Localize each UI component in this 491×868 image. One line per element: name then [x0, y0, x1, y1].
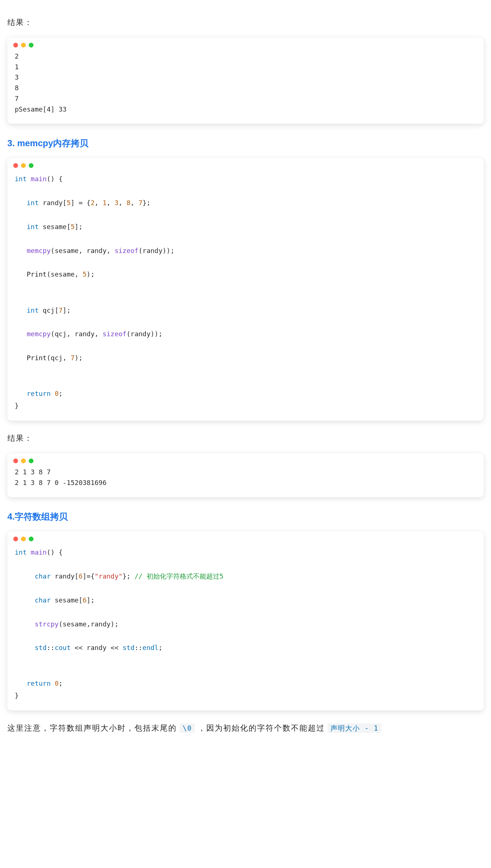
close-icon — [13, 163, 18, 168]
inline-code-size: 声明大小 - 1 — [327, 723, 381, 733]
close-icon — [13, 43, 18, 48]
close-icon — [13, 537, 18, 541]
maximize-icon — [29, 537, 34, 541]
note-paragraph: 这里注意，字符数组声明大小时，包括末尾的 \0 ，因为初始化的字符个数不能超过 … — [7, 721, 484, 735]
window-controls — [7, 531, 484, 545]
maximize-icon — [29, 163, 34, 168]
code-text: int main() { int randy[5] = {2, 1, 3, 8,… — [7, 172, 484, 415]
result-label: 结果： — [7, 15, 484, 30]
output-text: 2 1 3 8 7 2 1 3 8 7 0 -1520381696 — [7, 467, 484, 492]
code-block-memcpy: int main() { int randy[5] = {2, 1, 3, 8,… — [7, 158, 484, 421]
minimize-icon — [21, 43, 26, 48]
note-prefix: 这里注意，字符数组声明大小时，包括末尾的 — [7, 724, 180, 732]
code-block-strcpy: int main() { char randy[6]={"randy"}; //… — [7, 531, 484, 710]
article: 结果： 2 1 3 8 7 pSesame[4] 33 3. memcpy内存拷… — [0, 0, 491, 751]
maximize-icon — [29, 458, 34, 463]
minimize-icon — [21, 458, 26, 463]
close-icon — [13, 458, 18, 463]
minimize-icon — [21, 163, 26, 168]
maximize-icon — [29, 43, 34, 48]
window-controls — [7, 158, 484, 172]
output-text: 2 1 3 8 7 pSesame[4] 33 — [7, 51, 484, 119]
heading-3: 3. memcpy内存拷贝 — [7, 135, 484, 152]
code-text: int main() { char randy[6]={"randy"}; //… — [7, 545, 484, 705]
output-block-1: 2 1 3 8 7 pSesame[4] 33 — [7, 38, 484, 124]
window-controls — [7, 38, 484, 51]
heading-4: 4.字符数组拷贝 — [7, 508, 484, 525]
window-controls — [7, 453, 484, 467]
note-mid: ，因为初始化的字符个数不能超过 — [198, 724, 328, 732]
output-block-2: 2 1 3 8 7 2 1 3 8 7 0 -1520381696 — [7, 453, 484, 497]
result-label: 结果： — [7, 431, 484, 446]
minimize-icon — [21, 537, 26, 541]
inline-code-null: \0 — [180, 723, 195, 733]
